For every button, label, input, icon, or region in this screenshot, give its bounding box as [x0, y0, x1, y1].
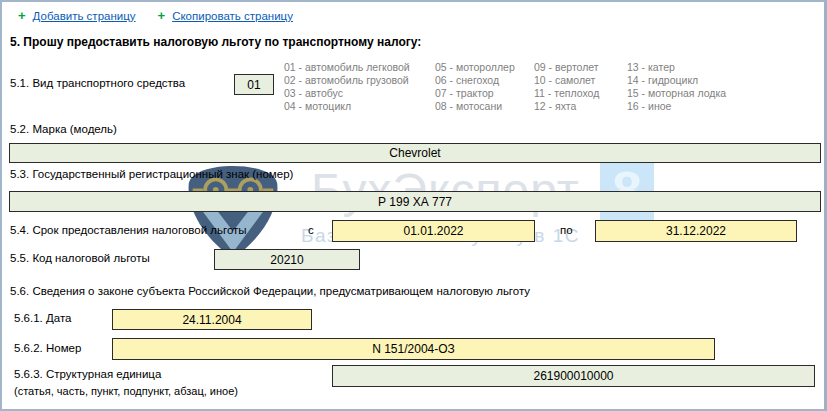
period-from-label: с [308, 224, 314, 236]
toolbar: + Добавить страницу + Скопировать страни… [18, 8, 293, 23]
brand-model-label: 5.2. Марка (модель) [10, 123, 117, 135]
registration-number-label: 5.3. Государственный регистрационный зна… [10, 168, 293, 180]
regional-law-label: 5.6. Сведения о законе субъекта Российск… [10, 285, 530, 297]
copy-page-link[interactable]: Скопировать страницу [172, 10, 293, 22]
structural-unit-sublabel: (статья, часть, пункт, подпункт, абзац, … [14, 385, 238, 397]
period-to-input[interactable] [595, 220, 797, 242]
plus-icon: + [158, 8, 166, 23]
vehicle-type-label: 5.1. Вид транспортного средства [10, 77, 185, 89]
law-date-label: 5.6.1. Дата [14, 312, 71, 324]
vehicle-type-legend-col-2: 05 - мотороллер06 - снегоход07 - трактор… [435, 61, 515, 113]
add-page-link[interactable]: Добавить страницу [33, 10, 136, 22]
plus-icon: + [18, 8, 26, 23]
brand-model-input[interactable] [9, 143, 821, 163]
vehicle-type-legend-col-3: 09 - вертолет10 - самолет11 - теплоход12… [534, 61, 599, 113]
benefit-code-input[interactable] [214, 249, 360, 270]
period-to-label: по [560, 224, 573, 236]
benefit-code-label: 5.5. Код налоговой льготы [10, 252, 150, 264]
add-page-item: + Добавить страницу [18, 8, 136, 23]
copy-page-item: + Скопировать страницу [158, 8, 293, 23]
law-date-input[interactable] [112, 309, 312, 330]
law-number-input[interactable] [112, 338, 715, 360]
structural-unit-label: 5.6.3. Структурная единица [14, 368, 161, 380]
vehicle-type-legend-col-1: 01 - автомобиль легковой02 - автомобиль … [284, 61, 410, 113]
law-number-label: 5.6.2. Номер [14, 342, 81, 354]
benefit-period-label: 5.4. Срок предоставления налоговой льгот… [10, 224, 247, 236]
transport-tax-benefit-form: БухЭксперт 8 База ответов по учёту в 1С … [0, 0, 827, 411]
section-5-heading: 5. Прошу предоставить налоговую льготу п… [10, 35, 421, 49]
registration-number-input[interactable] [9, 191, 821, 212]
structural-unit-input[interactable] [332, 365, 815, 387]
period-from-input[interactable] [332, 220, 535, 242]
vehicle-type-input[interactable] [234, 74, 274, 95]
vehicle-type-legend-col-4: 13 - катер14 - гидроцикл15 - моторная ло… [627, 61, 726, 113]
